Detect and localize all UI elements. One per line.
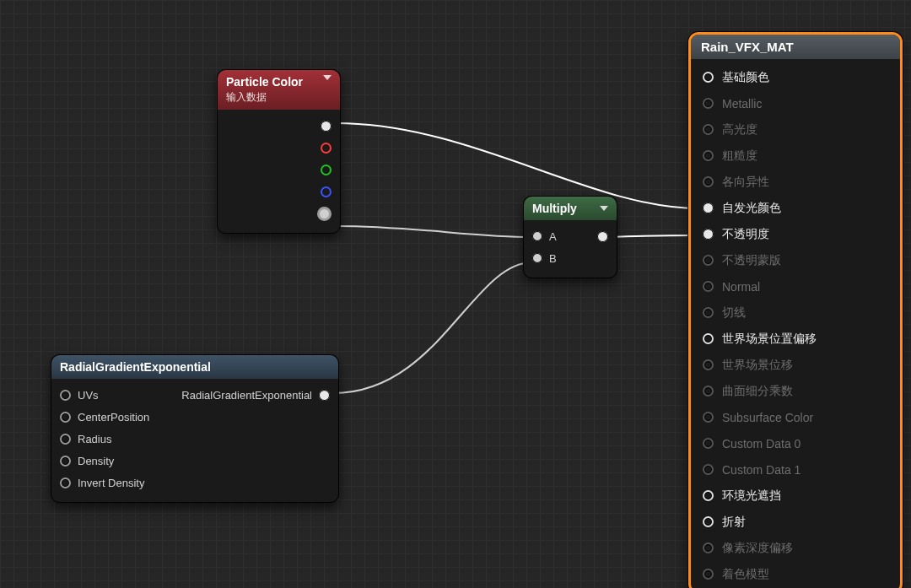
pin-label: Density	[78, 455, 114, 467]
pin-label: 世界场景位移	[722, 358, 793, 373]
input-pin-icon	[703, 72, 714, 83]
pin-row-center[interactable]: CenterPosition	[60, 406, 330, 428]
pin-label: 基础颜色	[722, 70, 769, 85]
pin-label: Custom Data 1	[722, 463, 800, 477]
pin-label: 世界场景位置偏移	[722, 332, 817, 347]
node-header[interactable]: Particle Color 输入数据	[218, 70, 340, 110]
pin-row-density[interactable]: Density	[60, 450, 330, 472]
input-pin-icon	[703, 307, 714, 318]
input-pin-icon	[703, 229, 714, 240]
input-pin-icon	[703, 516, 714, 527]
pin-label: Radius	[78, 433, 111, 445]
node-subtitle: 输入数据	[226, 90, 303, 105]
input-pin-icon	[532, 231, 542, 241]
input-pin-icon	[703, 202, 714, 213]
result-pin-19: 着色模型	[694, 561, 897, 587]
result-pin-2: 高光度	[694, 116, 897, 143]
chevron-down-icon[interactable]	[323, 75, 332, 80]
pin-label: 切线	[722, 305, 746, 321]
input-pin-icon	[703, 281, 714, 292]
result-pin-13: Subsurface Color	[694, 404, 897, 430]
input-pin-icon	[703, 176, 714, 187]
node-material-result[interactable]: Rain_VFX_MAT 基础颜色Metallic高光度粗糙度各向异性自发光颜色…	[688, 32, 903, 588]
pin-row-a[interactable]: A	[532, 225, 608, 247]
result-pin-15: Custom Data 1	[694, 456, 897, 483]
node-title: Multiply	[532, 202, 577, 215]
result-pin-11: 世界场景位移	[694, 352, 897, 378]
result-pin-10[interactable]: 世界场景位置偏移	[694, 326, 897, 352]
output-pin-b[interactable]	[226, 181, 332, 202]
input-pin-icon	[703, 150, 714, 161]
result-pin-14: Custom Data 0	[694, 430, 897, 456]
node-header[interactable]: Multiply	[524, 197, 617, 220]
pin-label: 曲面细分乘数	[722, 384, 793, 399]
input-pin-icon	[60, 456, 71, 467]
pin-row-b[interactable]: B	[532, 247, 608, 269]
result-pin-5[interactable]: 自发光颜色	[694, 195, 897, 221]
node-title: RadialGradientExponential	[60, 360, 211, 374]
material-graph-canvas[interactable]: Particle Color 输入数据 Multiply A B	[0, 0, 911, 588]
chevron-down-icon[interactable]	[600, 206, 608, 211]
pin-label: 环境光遮挡	[722, 488, 781, 504]
input-pin-icon	[703, 464, 714, 475]
result-pin-18: 像素深度偏移	[694, 535, 897, 561]
result-pin-3: 粗糙度	[694, 143, 897, 169]
node-header[interactable]: RadialGradientExponential	[51, 355, 338, 379]
pin-label: A	[549, 230, 557, 243]
pin-row-invert-density[interactable]: Invert Density	[60, 472, 330, 494]
input-pin-icon	[703, 569, 714, 580]
output-pin-r[interactable]	[226, 137, 332, 159]
pin-row-radius[interactable]: Radius	[60, 428, 330, 450]
input-pin-icon	[703, 98, 714, 109]
result-pin-6[interactable]: 不透明度	[694, 221, 897, 247]
result-pin-16[interactable]: 环境光遮挡	[694, 483, 897, 509]
input-pin-icon	[703, 542, 714, 553]
input-pin-icon	[703, 333, 714, 344]
output-pin-icon[interactable]	[597, 231, 608, 242]
pin-label: 高光度	[722, 122, 757, 138]
pin-label: 各向异性	[722, 175, 769, 190]
node-multiply[interactable]: Multiply A B	[523, 196, 617, 278]
result-pin-1: Metallic	[694, 90, 897, 116]
pin-icon	[317, 207, 332, 221]
pin-label: 着色模型	[722, 567, 769, 582]
output-pin-g[interactable]	[226, 159, 332, 181]
output-pin-icon[interactable]	[319, 390, 330, 401]
output-pin-rgba[interactable]	[226, 115, 332, 137]
node-particle-color[interactable]: Particle Color 输入数据	[217, 69, 341, 234]
result-title: Rain_VFX_MAT	[691, 35, 900, 59]
input-pin-icon	[703, 438, 714, 449]
pin-label: 不透明度	[722, 227, 769, 242]
input-pin-icon	[60, 477, 71, 488]
input-pin-icon	[703, 386, 714, 396]
input-pin-icon	[60, 412, 71, 423]
pin-label: 像素深度偏移	[722, 541, 793, 556]
pin-label: 自发光颜色	[722, 201, 781, 216]
pin-label: 粗糙度	[722, 148, 757, 164]
input-pin-icon	[703, 490, 714, 501]
result-pin-9: 切线	[694, 299, 897, 326]
pin-icon	[321, 143, 332, 154]
output-pin-a[interactable]	[226, 202, 332, 224]
pin-label: Invert Density	[78, 477, 144, 489]
pin-label: Metallic	[722, 97, 762, 111]
output-label: RadialGradientExponential	[181, 389, 312, 402]
pin-row-uvs[interactable]: UVs RadialGradientExponential	[60, 384, 330, 406]
input-pin-icon	[532, 253, 542, 263]
input-pin-icon	[703, 124, 714, 135]
pin-label: Custom Data 0	[722, 437, 800, 450]
input-pin-icon	[703, 255, 714, 266]
result-pin-7: 不透明蒙版	[694, 247, 897, 273]
pin-label: Subsurface Color	[722, 411, 813, 424]
pin-icon	[321, 121, 332, 132]
pin-label: CenterPosition	[78, 411, 149, 423]
pin-icon	[321, 186, 332, 197]
input-pin-icon	[703, 412, 714, 423]
pin-label: Normal	[722, 280, 760, 294]
pin-label: UVs	[78, 389, 99, 402]
input-pin-icon	[60, 390, 71, 401]
result-pin-17[interactable]: 折射	[694, 509, 897, 535]
pin-label: B	[549, 252, 557, 265]
result-pin-0[interactable]: 基础颜色	[694, 64, 897, 90]
node-radial-gradient[interactable]: RadialGradientExponential UVs RadialGrad…	[51, 354, 339, 503]
